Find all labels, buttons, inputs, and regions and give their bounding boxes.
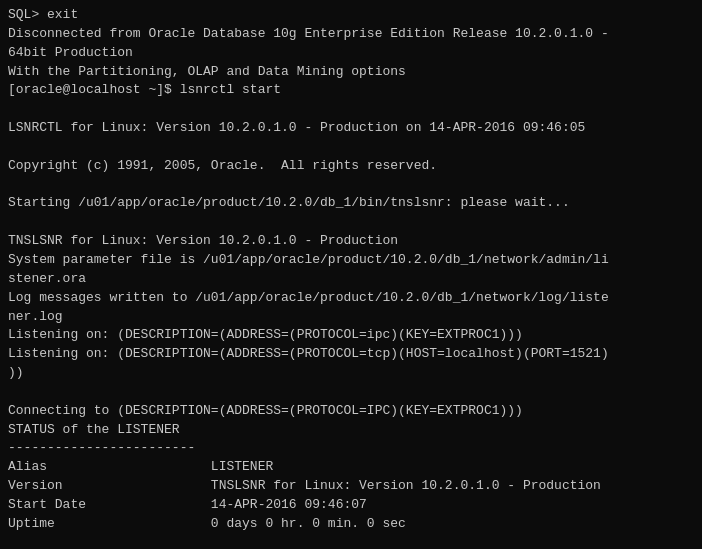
terminal-line: Copyright (c) 1991, 2005, Oracle. All ri… <box>8 157 694 176</box>
terminal-line: Uptime 0 days 0 hr. 0 min. 0 sec <box>8 515 694 534</box>
terminal-line <box>8 176 694 195</box>
terminal-line: TNSLSNR for Linux: Version 10.2.0.1.0 - … <box>8 232 694 251</box>
terminal-line: Disconnected from Oracle Database 10g En… <box>8 25 694 44</box>
terminal-line: stener.ora <box>8 270 694 289</box>
terminal-line: Listening on: (DESCRIPTION=(ADDRESS=(PRO… <box>8 345 694 364</box>
terminal-line: ------------------------ <box>8 439 694 458</box>
terminal-line: [oracle@localhost ~]$ lsnrctl start <box>8 81 694 100</box>
terminal-window: SQL> exitDisconnected from Oracle Databa… <box>0 0 702 549</box>
terminal-line: Starting /u01/app/oracle/product/10.2.0/… <box>8 194 694 213</box>
terminal-line: Alias LISTENER <box>8 458 694 477</box>
terminal-line <box>8 100 694 119</box>
terminal-line: With the Partitioning, OLAP and Data Min… <box>8 63 694 82</box>
terminal-line: System parameter file is /u01/app/oracle… <box>8 251 694 270</box>
terminal-line: Listening on: (DESCRIPTION=(ADDRESS=(PRO… <box>8 326 694 345</box>
terminal-line: SQL> exit <box>8 6 694 25</box>
terminal-line: )) <box>8 364 694 383</box>
terminal-line <box>8 138 694 157</box>
terminal-line: LSNRCTL for Linux: Version 10.2.0.1.0 - … <box>8 119 694 138</box>
terminal-line: 64bit Production <box>8 44 694 63</box>
terminal-line <box>8 383 694 402</box>
terminal-line <box>8 213 694 232</box>
terminal-line: Version TNSLSNR for Linux: Version 10.2.… <box>8 477 694 496</box>
terminal-line: ner.log <box>8 308 694 327</box>
terminal-line: Log messages written to /u01/app/oracle/… <box>8 289 694 308</box>
terminal-line: Connecting to (DESCRIPTION=(ADDRESS=(PRO… <box>8 402 694 421</box>
terminal-line: Start Date 14-APR-2016 09:46:07 <box>8 496 694 515</box>
terminal-line: STATUS of the LISTENER <box>8 421 694 440</box>
